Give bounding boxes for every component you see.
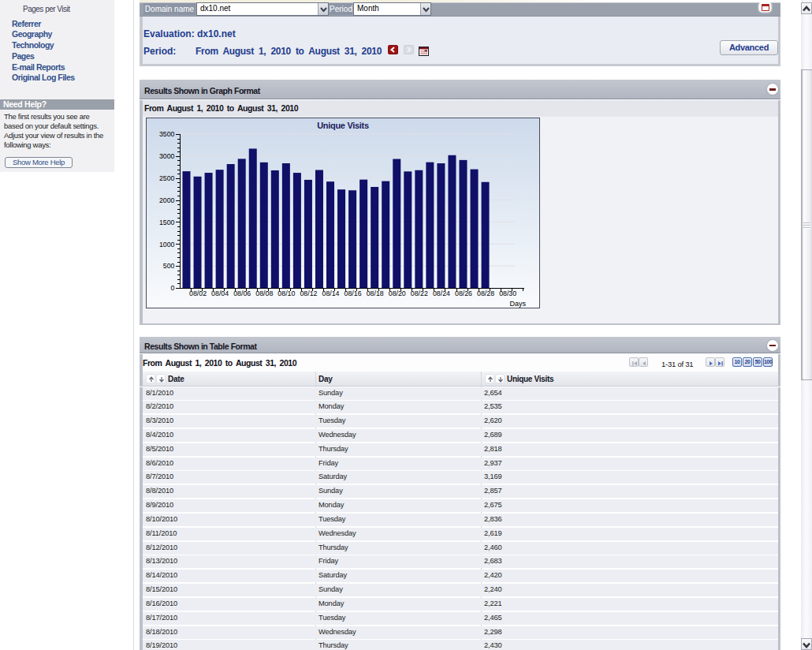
svg-text:1500: 1500 [159,219,175,226]
svg-text:08/16: 08/16 [345,290,362,297]
svg-text:08/26: 08/26 [455,290,472,297]
svg-text:08/18: 08/18 [367,290,384,297]
svg-text:2500: 2500 [159,174,175,182]
svg-text:08/24: 08/24 [433,290,450,297]
svg-text:08/08: 08/08 [255,290,273,297]
svg-text:08/04: 08/04 [211,290,229,297]
svg-text:3000: 3000 [159,152,175,160]
svg-text:08/20: 08/20 [389,290,406,297]
svg-text:08/10: 08/10 [277,290,295,297]
svg-text:Unique Visits: Unique Visits [317,121,369,130]
svg-text:08/06: 08/06 [233,290,251,297]
svg-text:1000: 1000 [159,241,175,248]
svg-text:08/14: 08/14 [322,290,340,297]
svg-text:Days: Days [509,300,526,308]
svg-text:08/28: 08/28 [477,290,494,297]
svg-text:0: 0 [171,284,175,292]
svg-text:500: 500 [163,262,175,270]
svg-text:2000: 2000 [159,196,175,204]
svg-text:08/02: 08/02 [189,290,207,297]
svg-text:08/30: 08/30 [499,290,516,297]
svg-text:08/22: 08/22 [411,290,428,297]
svg-text:3500: 3500 [159,130,175,138]
svg-text:08/12: 08/12 [300,290,317,297]
